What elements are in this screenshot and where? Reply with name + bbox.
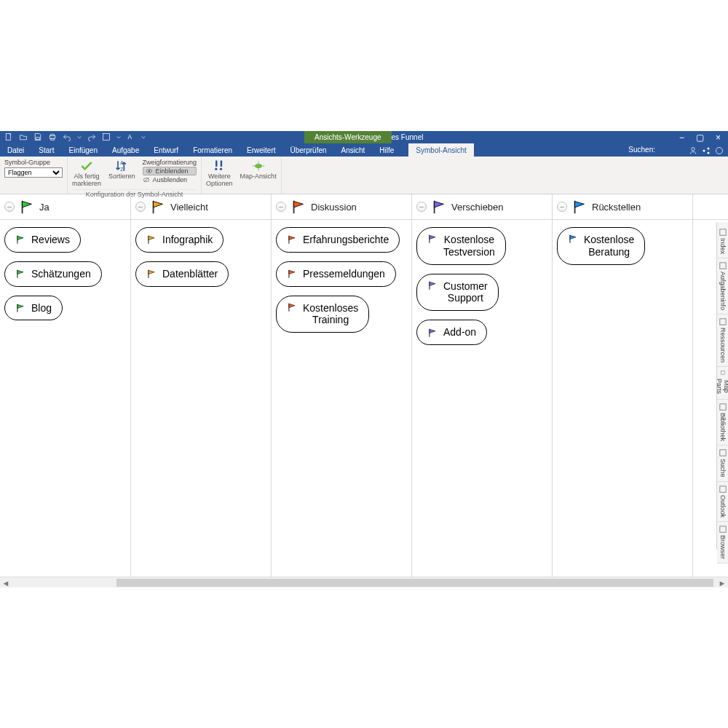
collapse-icon[interactable]: − [135, 202, 146, 212]
card[interactable]: Schätzungen [4, 261, 102, 287]
hide-button[interactable]: Ausblenden [143, 176, 197, 183]
card[interactable]: Reviews [4, 227, 81, 253]
svg-text:A: A [128, 134, 132, 141]
quick-access-toolbar: A [0, 132, 150, 143]
user-icon[interactable] [689, 146, 697, 157]
column-headers: − Ja− Vielleicht− Diskussion− Verschiebe… [0, 194, 728, 220]
show-button[interactable]: Einblenden [143, 167, 197, 175]
flag-icon [15, 303, 25, 313]
collapse-icon[interactable]: − [4, 202, 15, 212]
card-label: Kostenloses [303, 302, 358, 314]
svg-rect-44 [719, 229, 725, 235]
tab-start[interactable]: Start [31, 143, 61, 157]
column-header-diskussion[interactable]: − Diskussion [272, 194, 412, 219]
card[interactable]: KostenloseBeratung [557, 227, 645, 265]
column-header-ja[interactable]: − Ja [0, 194, 131, 219]
tab-ansicht[interactable]: Ansicht [334, 143, 373, 157]
title-bar: A Mindjet MindManager · Sales Funnel Ans… [0, 131, 728, 143]
tab-formatieren[interactable]: Formatieren [186, 143, 240, 157]
save-icon[interactable] [33, 132, 42, 143]
svg-rect-19 [221, 161, 223, 167]
side-tab-bibliothek[interactable]: Bibliothek [717, 400, 728, 446]
tab-aufgabe[interactable]: Aufgabe [105, 143, 146, 157]
minimize-button[interactable]: − [679, 133, 684, 142]
svg-rect-51 [719, 526, 725, 532]
open-icon[interactable] [19, 132, 28, 143]
scroll-right-icon[interactable]: ► [716, 577, 728, 588]
card[interactable]: KostenloseTestversion [416, 227, 506, 265]
svg-text:Z: Z [121, 167, 124, 172]
svg-rect-50 [719, 486, 725, 492]
svg-point-22 [255, 164, 262, 169]
svg-rect-2 [50, 135, 55, 138]
font-icon[interactable]: A [127, 132, 135, 143]
side-tab-map-parts[interactable]: Map Parts [717, 367, 728, 400]
qat-caret2-icon[interactable] [116, 133, 121, 141]
card[interactable]: Pressemeldungen [276, 261, 396, 287]
column-header-rueckstellen[interactable]: − Rückstellen [553, 194, 693, 219]
close-button[interactable]: × [716, 133, 721, 142]
branch-format-label: Zweigformatierung [143, 159, 197, 166]
column-header-verschieben[interactable]: − Verschieben [412, 194, 553, 219]
card[interactable]: Blog [4, 296, 63, 321]
tab-ueberpruefen[interactable]: Überprüfen [283, 143, 334, 157]
mark-done-button[interactable]: Als fertig markieren [72, 159, 101, 188]
card-label: Customer [443, 280, 488, 293]
side-tab-aufgabeninfo[interactable]: Aufgabeninfo [717, 258, 728, 314]
tab-einfuegen[interactable]: Einfügen [61, 143, 104, 157]
side-tab-index[interactable]: Index [717, 225, 728, 258]
svg-point-8 [703, 150, 705, 152]
tab-datei[interactable]: Datei [0, 143, 31, 157]
card[interactable]: KostenlosesTraining [276, 296, 369, 333]
undo-icon[interactable] [63, 132, 71, 143]
side-tab-outlook[interactable]: Outlook [717, 482, 728, 522]
collapse-icon[interactable]: − [276, 202, 286, 212]
horizontal-scrollbar[interactable]: ◄ ► [0, 577, 728, 587]
card[interactable]: Erfahrungsberichte [276, 227, 400, 253]
flag-icon [431, 199, 447, 215]
column-label: Vielleicht [170, 202, 208, 213]
svg-rect-49 [719, 450, 725, 456]
side-tab-browser[interactable]: Browser [717, 522, 728, 563]
tab-hilfe[interactable]: Hilfe [372, 143, 401, 157]
help-icon[interactable] [715, 146, 724, 157]
flag-icon [287, 302, 297, 312]
column-diskussion: Erfahrungsberichte Pressemeldungen Koste… [272, 220, 412, 577]
collapse-icon[interactable]: − [416, 202, 427, 212]
ribbon: Symbol-Gruppe Flaggen Als fertig markier… [0, 157, 728, 194]
column-header-vielleicht[interactable]: − Vielleicht [131, 194, 272, 219]
card[interactable]: Add-on [416, 320, 487, 345]
scroll-thumb[interactable] [116, 579, 713, 587]
svg-rect-3 [51, 134, 55, 135]
flag-icon [146, 269, 157, 279]
collapse-icon[interactable]: − [557, 202, 567, 212]
sort-button[interactable]: AZ Sortieren [108, 159, 135, 181]
tab-symbol-ansicht[interactable]: Symbol-Ansicht [408, 143, 473, 157]
scroll-left-icon[interactable]: ◄ [0, 577, 12, 588]
side-tab-ressourcen[interactable]: Ressourcen [717, 314, 728, 367]
card[interactable]: Infographik [135, 227, 223, 253]
symbol-group-select[interactable]: Flaggen [4, 167, 63, 178]
print-icon[interactable] [48, 132, 57, 143]
new-file-icon[interactable] [4, 132, 13, 143]
tab-entwurf[interactable]: Entwurf [146, 143, 186, 157]
svg-rect-46 [719, 319, 725, 325]
redo-icon[interactable] [87, 132, 96, 143]
share-icon[interactable] [702, 146, 711, 157]
side-tab-suche[interactable]: Suche [717, 446, 728, 482]
card[interactable]: CustomerSupport [416, 274, 499, 312]
column-label: Ja [39, 202, 50, 213]
qat-caret-icon[interactable] [77, 133, 82, 141]
card[interactable]: Datenblätter [135, 261, 229, 287]
column-label: Rückstellen [592, 202, 641, 213]
tab-erweitert[interactable]: Erweitert [240, 143, 282, 157]
card-label: Pressemeldungen [303, 268, 385, 280]
map-view-button[interactable]: Map-Ansicht [240, 159, 277, 181]
maximize-button[interactable]: ▢ [696, 133, 704, 142]
task-icon[interactable] [102, 132, 111, 143]
flag-icon [19, 199, 35, 215]
card-label: Blog [31, 302, 52, 314]
svg-text:A: A [121, 160, 124, 165]
more-options-button[interactable]: Weitere Optionen [206, 159, 233, 188]
qat-more-icon[interactable] [141, 133, 146, 141]
